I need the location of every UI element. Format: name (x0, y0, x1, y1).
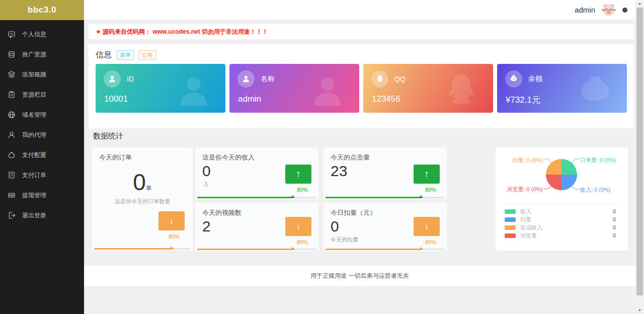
sidebar-item-label: 域名管理 (22, 111, 46, 119)
trend-down-button[interactable]: ↓ (158, 211, 185, 230)
legend-label: 提成收入 (520, 224, 542, 231)
clipboard-icon (8, 91, 16, 99)
footer-text: 用于正规用途 一切后果与运营者无关 (310, 272, 409, 279)
sidebar-item-label: 退出登录 (22, 211, 46, 220)
percent-label: 80% (297, 239, 308, 245)
stat-value: 0 (202, 164, 211, 179)
card-name: 名称 admin (229, 64, 359, 113)
sidebar-item-label: 提现管理 (22, 191, 46, 200)
order-icon (8, 171, 16, 179)
progress-marker-icon (291, 195, 295, 198)
sidebar-item-promotion[interactable]: 推广资源 (0, 44, 84, 64)
sidebar-item-domain[interactable]: 域名管理 (0, 105, 84, 125)
sidebar-item-label: 我的代理 (22, 131, 46, 139)
sidebar-item-resource-column[interactable]: 资源栏目 (0, 85, 84, 105)
legend-item-income[interactable]: 收入 0 (496, 207, 628, 215)
user-icon (237, 70, 255, 88)
sidebar-item-profile[interactable]: 个人信息 (0, 24, 84, 44)
scrollbar-thumb[interactable] (636, 8, 643, 295)
trend-up-button[interactable]: ↑ (414, 165, 440, 184)
pie-chart-panel: 扣量: 0 (0%) 订单量: 0 (0%) 浏览量: 0 (0%) 收入: 0… (496, 147, 628, 251)
sidebar-item-withdraw[interactable]: 提现管理 (0, 185, 84, 205)
stat-value: 0 (133, 169, 146, 195)
info-title: 信息 (96, 50, 112, 60)
stat-subtitle: 今天的扣量 (331, 236, 358, 244)
card-balance: ¥ 余额 ¥732.1元 (497, 64, 627, 113)
legend-divider (504, 204, 620, 204)
percent-label: 80% (425, 239, 436, 245)
moneybag-icon: ¥ (505, 70, 522, 88)
legend-swatch (505, 233, 516, 238)
sidebar-item-my-agent[interactable]: 我的代理 (0, 125, 84, 145)
legend-value: 0 (613, 224, 616, 230)
progress-marker-icon (291, 247, 295, 250)
percent-label: 80% (297, 187, 308, 193)
app-logo: bbc3.0 (0, 0, 84, 20)
percent-label: 80% (169, 233, 180, 240)
progress-bar (197, 249, 316, 250)
pie-label-orders: 订单量: 0 (0%) (580, 156, 616, 164)
progress-marker-icon (419, 247, 423, 250)
legend-value: 0 (613, 216, 616, 222)
progress-bar (94, 248, 191, 250)
badge-menu[interactable]: 菜单 (117, 50, 134, 60)
stat-value: 23 (331, 164, 347, 179)
progress-bar (326, 197, 445, 198)
topbar: admin (84, 0, 635, 20)
pie-label-income: 收入: 0 (0%) (580, 186, 611, 194)
trend-down-button[interactable]: ↓ (414, 217, 440, 236)
sidebar-item-logout[interactable]: 退出登录 (0, 205, 84, 225)
legend-item-commission[interactable]: 提成收入 0 (496, 223, 628, 231)
sidebar-item-payment-orders[interactable]: 支付订单 (0, 165, 84, 185)
username-label: admin (575, 6, 595, 14)
logout-icon (8, 211, 16, 219)
stat-card-deduction: 今日扣量（元） 0 今天的扣量 ↓ 80% (324, 203, 447, 251)
sidebar-item-add-video[interactable]: 添加视频 (0, 64, 84, 85)
sidebar-item-label: 支付订单 (22, 171, 46, 180)
scrollbar-down-arrow-icon[interactable]: ▼ (635, 307, 644, 314)
legend-label: 收入 (520, 208, 531, 215)
trend-down-button[interactable]: ↓ (285, 217, 311, 236)
user-icon (8, 131, 16, 139)
scrollbar-up-arrow-icon[interactable]: ▲ (635, 0, 644, 7)
progress-bar (326, 249, 445, 250)
stat-card-title: 今天的订单 (99, 153, 132, 162)
stat-card-title: 今天的点击量 (331, 153, 370, 162)
stat-card-title: 今日扣量（元） (331, 208, 376, 217)
stat-value: 2 (202, 219, 211, 234)
pie-label-views: 浏览量: 0 (0%) (499, 186, 543, 193)
vertical-scrollbar[interactable]: ▲ ▼ (635, 0, 644, 314)
stat-subtitle: 这是你今天的订单数量 (92, 198, 193, 205)
sidebar-item-label: 支付配置 (22, 151, 46, 160)
legend-item-views[interactable]: 浏览量 0 (496, 231, 628, 240)
stat-value: 0 (331, 219, 339, 234)
qq-silhouette-icon (439, 69, 484, 113)
svg-text:¥: ¥ (513, 77, 515, 81)
card-value: admin (238, 94, 261, 104)
sidebar-item-payment-config[interactable]: 支付配置 (0, 145, 84, 165)
legend-swatch (505, 225, 516, 230)
trend-up-button[interactable]: ↑ (285, 165, 311, 184)
progress-marker-icon (419, 195, 423, 198)
withdraw-icon (8, 191, 16, 199)
sidebar-item-label: 资源栏目 (22, 91, 46, 99)
user-silhouette-icon (305, 69, 350, 113)
info-panel: 信息 菜单 公告 ID 10001 名称 admin QQ 123456 ¥ 余… (89, 44, 633, 128)
card-qq: QQ 123456 (363, 64, 493, 113)
card-value: 10001 (104, 94, 128, 104)
pie-chart[interactable] (546, 159, 577, 190)
notice-bar: ★ 源码来自优码网： www.ucodes.net 切勿用于非法用途！！！ (89, 24, 633, 39)
sidebar-menu: 个人信息 推广资源 添加视频 资源栏目 域名管理 我的代理 支付配置 支付订单 (0, 20, 84, 225)
avatar[interactable] (601, 3, 616, 17)
user-menu-dot[interactable] (622, 8, 627, 13)
legend-label: 扣量 (520, 216, 531, 223)
sidebar: bbc3.0 个人信息 推广资源 添加视频 资源栏目 域名管理 我的代理 支付配… (0, 0, 84, 314)
card-id: ID 10001 (96, 64, 225, 113)
legend-item-deduction[interactable]: 扣量 0 (496, 215, 628, 223)
badge-announcement[interactable]: 公告 (139, 50, 156, 60)
stat-card-title: 今天的视频数 (202, 208, 242, 217)
coins-icon (8, 50, 16, 58)
user-icon (104, 70, 121, 88)
layers-icon (8, 70, 16, 78)
stat-card-title: 这是你今天的收入 (202, 153, 255, 162)
